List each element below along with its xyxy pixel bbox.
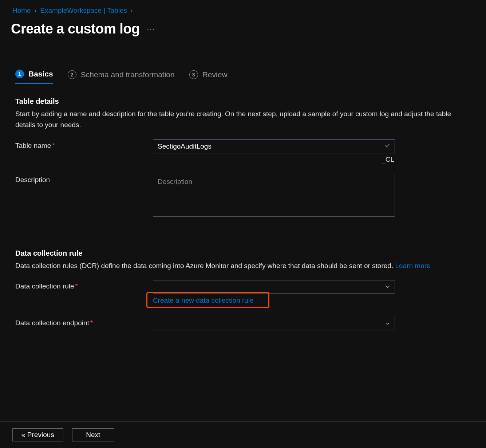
wizard-tabs: 1 Basics 2 Schema and transformation 3 R… xyxy=(15,70,486,84)
breadcrumb: Home › ExampleWorkspace | Tables › xyxy=(0,0,486,17)
form-row-dce: Data collection endpoint* xyxy=(15,317,471,330)
previous-button[interactable]: « Previous xyxy=(12,428,63,441)
form-row-description: Description xyxy=(15,174,471,219)
step-number-icon: 1 xyxy=(15,70,24,78)
create-dcr-link[interactable]: Create a new data collection rule xyxy=(153,296,254,304)
chevron-down-icon xyxy=(385,283,390,291)
tab-review[interactable]: 3 Review xyxy=(189,70,228,83)
required-indicator: * xyxy=(75,282,78,290)
tab-basics[interactable]: 1 Basics xyxy=(15,70,53,84)
tab-label: Schema and transformation xyxy=(81,70,175,79)
page-header: Create a custom log ··· xyxy=(0,17,486,37)
page-title: Create a custom log xyxy=(11,21,140,37)
section-description: Data collection rules (DCR) define the d… xyxy=(15,260,471,271)
dcr-label: Data collection rule* xyxy=(15,280,153,290)
dce-label: Data collection endpoint* xyxy=(15,317,153,327)
breadcrumb-workspace[interactable]: ExampleWorkspace | Tables xyxy=(40,7,127,15)
breadcrumb-home[interactable]: Home xyxy=(12,7,31,15)
required-indicator: * xyxy=(90,319,93,327)
table-details-section: Table details Start by adding a name and… xyxy=(0,84,486,219)
required-indicator: * xyxy=(52,142,55,149)
more-menu-icon[interactable]: ··· xyxy=(147,25,155,33)
form-row-dcr: Data collection rule* Create a new data … xyxy=(15,280,471,304)
dcr-section: Data collection rule Data collection rul… xyxy=(0,229,486,330)
dcr-select[interactable] xyxy=(153,280,395,294)
tab-label: Basics xyxy=(28,70,53,78)
table-suffix: _CL xyxy=(153,156,395,164)
wizard-footer: « Previous Next xyxy=(0,421,486,448)
chevron-right-icon: › xyxy=(131,7,133,14)
chevron-right-icon: › xyxy=(35,7,37,14)
tab-label: Review xyxy=(202,70,228,79)
description-label: Description xyxy=(15,174,153,184)
step-number-icon: 3 xyxy=(189,70,198,79)
table-name-input[interactable] xyxy=(153,139,395,153)
form-row-table-name: Table name* _CL xyxy=(15,139,471,164)
learn-more-link[interactable]: Learn more xyxy=(395,262,430,270)
step-number-icon: 2 xyxy=(68,70,76,79)
section-description: Start by adding a name and description f… xyxy=(15,109,471,131)
chevron-down-icon xyxy=(385,320,390,328)
table-name-label: Table name* xyxy=(15,139,153,150)
section-title: Data collection rule xyxy=(15,249,471,258)
next-button[interactable]: Next xyxy=(72,428,114,441)
checkmark-icon xyxy=(384,142,391,150)
description-input[interactable] xyxy=(153,174,395,217)
section-title: Table details xyxy=(15,97,471,106)
dce-select[interactable] xyxy=(153,317,395,330)
tab-schema[interactable]: 2 Schema and transformation xyxy=(68,70,175,83)
